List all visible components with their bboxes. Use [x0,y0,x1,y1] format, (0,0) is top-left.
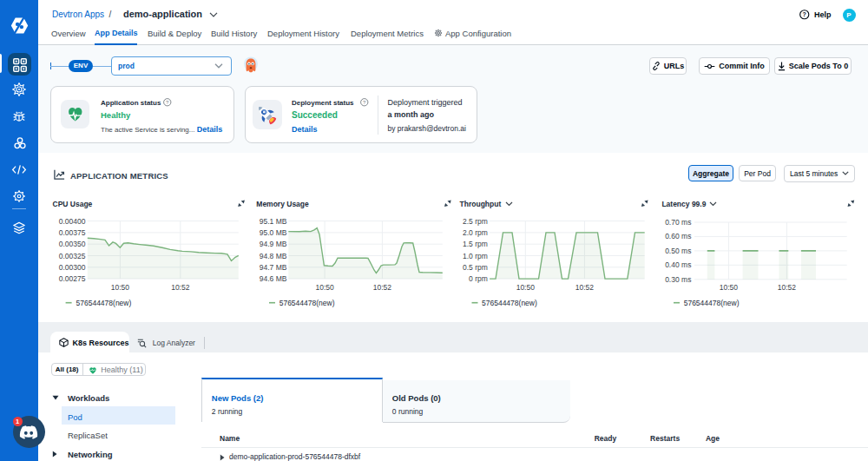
svg-text:2.0 rpm: 2.0 rpm [463,228,488,237]
svg-text:94.6 MB: 94.6 MB [260,274,287,283]
svg-text:10:50: 10:50 [516,283,536,292]
svg-text:0 rpm: 0 rpm [469,274,488,283]
svg-text:0.40 ms: 0.40 ms [665,260,691,269]
svg-text:10:52: 10:52 [575,283,595,292]
svg-text:95.1 MB: 95.1 MB [260,217,287,226]
svg-text:0.00325: 0.00325 [59,252,86,260]
svg-text:?: ? [803,11,806,17]
svg-text:0.00350: 0.00350 [59,240,86,248]
svg-text:576544478(new): 576544478(new) [279,299,335,307]
svg-text:10:52: 10:52 [171,283,190,292]
svg-text:Memory Usage: Memory Usage [256,200,309,208]
svg-text:0.70 ms: 0.70 ms [665,218,691,227]
svg-text:576544478(new): 576544478(new) [482,299,537,307]
svg-text:94.8 MB: 94.8 MB [260,252,287,260]
svg-text:94.9 MB: 94.9 MB [260,240,287,248]
svg-text:10:52: 10:52 [778,283,797,292]
svg-text:0.30 ms: 0.30 ms [665,275,691,284]
svg-text:Throughput: Throughput [460,200,502,208]
svg-text:1.5 rpm: 1.5 rpm [463,240,488,248]
svg-text:1.0 rpm: 1.0 rpm [463,252,488,260]
svg-text:10:50: 10:50 [111,283,130,292]
svg-text:0.00375: 0.00375 [59,228,86,237]
svg-text:0.00300: 0.00300 [59,263,86,272]
svg-text:Latency 99.9: Latency 99.9 [661,200,706,208]
svg-text:576544478(new): 576544478(new) [684,299,740,307]
svg-text:10:52: 10:52 [373,283,392,292]
svg-text:?: ? [166,100,169,105]
svg-text:0.60 ms: 0.60 ms [665,232,691,240]
svg-text:10:50: 10:50 [315,283,334,292]
svg-text:0.00400: 0.00400 [59,217,86,226]
svg-text:CPU Usage: CPU Usage [53,200,93,208]
svg-text:2.5 rpm: 2.5 rpm [463,217,488,226]
svg-text:576544478(new): 576544478(new) [76,299,132,307]
svg-text:10:50: 10:50 [720,283,739,292]
svg-text:94.7 MB: 94.7 MB [260,263,287,272]
svg-text:0.5 rpm: 0.5 rpm [463,263,488,272]
svg-text:0.50 ms: 0.50 ms [665,247,691,255]
svg-text:?: ? [363,100,366,105]
svg-text:95.0 MB: 95.0 MB [260,228,287,237]
svg-text:0.00275: 0.00275 [59,274,86,283]
